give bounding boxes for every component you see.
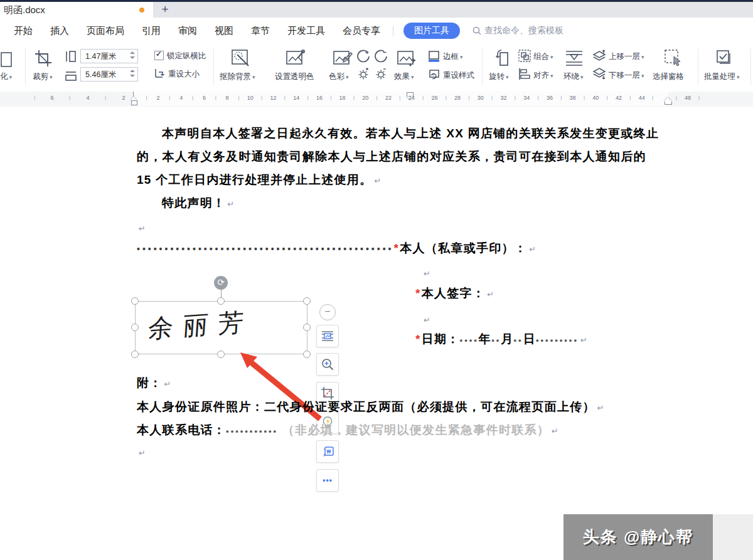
ribbon: 化 裁剪 1.47厘米 5.46厘米 锁定纵横比 (0, 44, 753, 92)
send-backward-button[interactable]: 下移一层 (609, 70, 644, 81)
rotation-stem (221, 289, 222, 298)
color-icon (333, 49, 353, 68)
more-options-button[interactable]: ••• (316, 469, 339, 492)
selection-pane-icon (664, 49, 684, 68)
reset-size-button[interactable]: 重设大小 (168, 69, 200, 80)
ruler-tick: | (284, 95, 286, 100)
decrease-contrast-icon[interactable] (374, 50, 388, 63)
unsaved-dot-icon (139, 8, 144, 13)
left-indent-box-marker[interactable] (131, 100, 137, 105)
width-spinner[interactable] (130, 70, 136, 80)
phone-hint: （非必填，建议写明以便发生紧急事件时联系） (282, 423, 550, 436)
height-spinner[interactable] (130, 51, 136, 61)
ruler-number: 4 (86, 95, 89, 101)
menu-review[interactable]: 审阅 (169, 25, 206, 37)
menu-view[interactable]: 视图 (206, 25, 242, 37)
ruler-number: 28 (454, 95, 461, 101)
handwritten-signature: 余丽芳 (147, 304, 254, 346)
resize-handle-nw[interactable] (131, 297, 139, 305)
menu-insert[interactable]: 插入 (41, 25, 78, 37)
lock-aspect-checkbox[interactable] (154, 51, 164, 60)
menu-divider (393, 26, 393, 36)
align-button[interactable]: 对齐 (533, 70, 553, 81)
selection-pane-button[interactable]: 选择窗格 (653, 71, 684, 82)
ruler-tick: | (538, 95, 539, 100)
ruler-tick: | (629, 95, 631, 100)
ruler-tick: | (468, 95, 469, 100)
resize-handle-sw[interactable] (131, 351, 139, 358)
phone-line: 本人联系电话：••••••••••• （非必填，建议写明以便发生紧急事件时联系） (137, 422, 559, 438)
empty-line (422, 312, 431, 326)
picture-to-text-button[interactable] (316, 440, 339, 463)
new-tab-button[interactable]: + (154, 2, 176, 18)
ruler-tick: | (69, 95, 70, 100)
ruler-number: 48 (685, 95, 691, 101)
command-search[interactable]: 查找命令、搜索模板 (473, 25, 563, 36)
decrease-brightness-icon[interactable] (374, 67, 388, 81)
right-indent-marker[interactable] (664, 97, 671, 102)
resize-handle-n[interactable] (217, 297, 225, 305)
width-field[interactable]: 5.46厘米 (80, 67, 138, 82)
resize-handle-w[interactable] (131, 324, 139, 331)
beautify-button[interactable]: 化 (0, 71, 12, 82)
ruler-number: 6 (203, 95, 206, 101)
menu-section[interactable]: 章节 (242, 25, 279, 37)
ruler-number: 30 (478, 95, 484, 101)
increase-brightness-icon[interactable] (356, 67, 370, 81)
empty-line (137, 221, 146, 235)
rotate-icon (492, 49, 511, 68)
resize-handle-s[interactable] (217, 351, 225, 358)
ruler[interactable]: 642|||2|4|6|8|10|12|14|16|18|20|22|24|26… (0, 92, 753, 107)
date-label: 日期： (422, 332, 460, 346)
menu-references[interactable]: 引用 (133, 25, 169, 37)
rotate-handle[interactable]: ⟳ (214, 276, 228, 290)
reset-style-button[interactable]: 重设样式 (443, 70, 474, 81)
ruler-number: 16 (316, 95, 323, 101)
paragraph-mark (487, 290, 494, 299)
menu-home[interactable]: 开始 (5, 25, 41, 37)
paragraph-mark (228, 199, 235, 209)
effect-button[interactable]: 效果 (394, 71, 414, 82)
height-field[interactable]: 1.47厘米 (80, 49, 138, 63)
paragraph-mark (580, 335, 588, 345)
crop-button[interactable]: 裁剪 (33, 71, 53, 82)
reset-size-icon (154, 68, 165, 78)
bring-forward-button[interactable]: 上移一层 (609, 51, 644, 62)
paragraph-line: 的，本人有义务及时通知贵司解除本人与上述店铺的对应关系，贵司可在接到本人通知后的 (137, 149, 646, 165)
ruler-number: 20 (362, 95, 368, 101)
ruler-number: 4 (179, 95, 183, 101)
ruler-tick: | (192, 95, 193, 100)
paragraph-mark (374, 176, 382, 186)
group-button[interactable]: 组合 (533, 51, 553, 62)
transparent-color-button[interactable]: 设置透明色 (275, 71, 314, 82)
ruler-tick: | (307, 95, 309, 100)
beautify-icon (0, 51, 13, 68)
color-button[interactable]: 色彩 (329, 71, 349, 82)
collapse-toolbar-button[interactable]: − (319, 304, 336, 320)
ruler-number: 2 (156, 95, 159, 101)
border-button[interactable]: 边框 (443, 51, 463, 62)
batch-button[interactable]: 批量处理 (704, 71, 740, 82)
document-tab[interactable]: 明函.docx (0, 2, 153, 18)
remove-background-button[interactable]: 抠除背景 (220, 71, 255, 82)
menu-page-layout[interactable]: 页面布局 (78, 25, 133, 37)
day-label: 日 (523, 332, 536, 346)
menu-membership[interactable]: 会员专享 (334, 25, 389, 37)
right-indent-base (665, 102, 672, 105)
send-backward-icon (592, 66, 606, 80)
wrap-button[interactable]: 环绕 (563, 71, 584, 82)
layout-options-button[interactable] (316, 325, 339, 347)
ruler-number: 18 (339, 95, 346, 101)
document-page[interactable]: 本声明自本人签署之日起永久有效。若本人与上述 XX 网店铺的关联关系发生变更或终… (0, 107, 753, 560)
resize-handle-ne[interactable] (303, 297, 311, 305)
tab-bar: 明函.docx + (0, 0, 753, 18)
increase-contrast-icon[interactable] (356, 50, 370, 63)
rotate-button[interactable]: 旋转 (489, 71, 509, 82)
tab-picture-tools[interactable]: 图片工具 (403, 23, 460, 39)
resize-handle-e[interactable] (303, 324, 311, 331)
convert-to-word-icon (321, 445, 334, 458)
ribbon-divider (698, 49, 698, 85)
menu-dev-tools[interactable]: 开发工具 (279, 25, 334, 37)
empty-line (137, 445, 146, 459)
document-title: 明函.docx (4, 4, 45, 16)
